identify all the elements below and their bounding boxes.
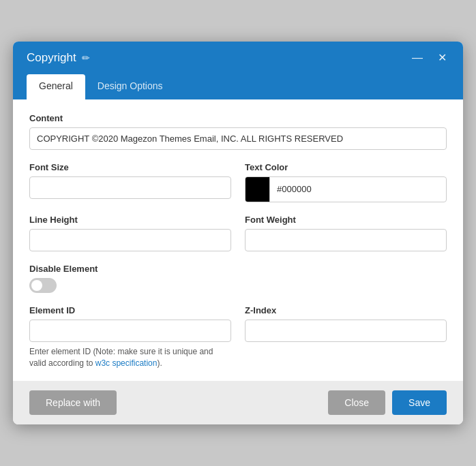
content-field-group: Content <box>29 113 447 150</box>
font-size-input[interactable] <box>29 176 231 199</box>
dialog-title: Copyright <box>27 51 76 65</box>
font-size-color-row: Font Size Text Color <box>29 162 447 202</box>
w3c-link[interactable]: w3c specification <box>95 358 158 368</box>
save-button[interactable]: Save <box>392 390 447 415</box>
title-bar-controls: — ✕ <box>409 52 449 63</box>
font-size-group: Font Size <box>29 162 231 202</box>
content-label: Content <box>29 113 447 123</box>
minimize-button[interactable]: — <box>409 52 426 63</box>
line-height-input[interactable] <box>29 229 231 251</box>
element-id-label: Element ID <box>29 305 231 315</box>
footer: Replace with Close Save <box>13 381 463 424</box>
color-swatch[interactable] <box>246 177 270 202</box>
tabs-bar: General Design Options <box>13 74 463 99</box>
replace-with-button[interactable]: Replace with <box>29 390 117 415</box>
element-id-zindex-row: Element ID Enter element ID (Note: make … <box>29 305 447 369</box>
content-input[interactable] <box>29 127 447 150</box>
font-weight-input[interactable] <box>245 229 447 251</box>
toggle-wrap <box>29 278 447 293</box>
line-height-font-weight-row: Line Height Font Weight <box>29 215 447 251</box>
color-input-wrap <box>245 176 447 202</box>
line-height-group: Line Height <box>29 215 231 251</box>
z-index-label: Z-Index <box>245 305 447 315</box>
color-text-input[interactable] <box>270 178 446 200</box>
form-body: Content Font Size Text Color Line Height <box>13 99 463 369</box>
footer-left: Replace with <box>29 390 117 415</box>
hint-text: Enter element ID (Note: make sure it is … <box>29 346 231 369</box>
text-color-group: Text Color <box>245 162 447 202</box>
close-button[interactable]: ✕ <box>435 52 449 63</box>
disable-element-label: Disable Element <box>29 264 447 274</box>
disable-element-section: Disable Element <box>29 264 447 293</box>
footer-right: Close Save <box>328 390 447 415</box>
title-bar: Copyright ✏ — ✕ <box>13 42 463 74</box>
z-index-group: Z-Index <box>245 305 447 369</box>
font-weight-group: Font Weight <box>245 215 447 251</box>
element-id-group: Element ID Enter element ID (Note: make … <box>29 305 231 369</box>
font-weight-label: Font Weight <box>245 215 447 225</box>
close-button[interactable]: Close <box>328 390 385 415</box>
tab-general[interactable]: General <box>27 74 85 99</box>
line-height-label: Line Height <box>29 215 231 225</box>
title-bar-left: Copyright ✏ <box>27 51 90 65</box>
edit-icon: ✏ <box>82 52 90 63</box>
element-id-input[interactable] <box>29 320 231 342</box>
toggle-slider <box>29 278 57 293</box>
dialog: Copyright ✏ — ✕ General Design Options C… <box>13 42 463 425</box>
tab-design-options[interactable]: Design Options <box>85 74 175 99</box>
z-index-input[interactable] <box>245 320 447 342</box>
disable-toggle[interactable] <box>29 278 57 293</box>
text-color-label: Text Color <box>245 162 447 172</box>
font-size-label: Font Size <box>29 162 231 172</box>
